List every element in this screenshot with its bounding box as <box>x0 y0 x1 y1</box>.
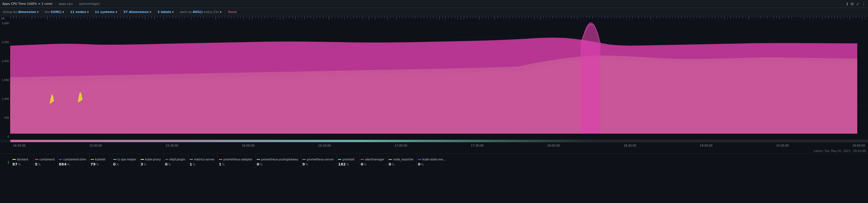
legend-item-2[interactable]: containerd-shim884 % <box>58 154 89 170</box>
legend-item-9[interactable]: prometheus-pushgateway0 % <box>255 154 301 170</box>
svg-rect-250 <box>776 16 777 18</box>
svg-rect-218 <box>678 16 679 18</box>
svg-rect-78 <box>249 16 250 20</box>
svg-rect-54 <box>176 16 176 18</box>
settings-icon[interactable]: ⚙ <box>850 2 854 6</box>
svg-rect-260 <box>807 16 807 18</box>
legend-item-5[interactable]: kube-proxy3 % <box>140 154 164 170</box>
svg-rect-104 <box>329 16 329 20</box>
sum-arrow: ▼ <box>62 11 64 13</box>
expand-icon[interactable]: ⤢ <box>856 2 860 6</box>
legend-item-0[interactable]: dockerd87 % <box>11 154 34 170</box>
svg-rect-259 <box>804 16 804 20</box>
svg-rect-85 <box>271 16 271 18</box>
legend-item-12[interactable]: alertmanager0 % <box>360 154 388 170</box>
legend-item-11[interactable]: promtail182 % <box>337 154 360 170</box>
legend-color-6 <box>165 159 168 160</box>
svg-rect-207 <box>644 16 645 18</box>
svg-rect-33 <box>111 16 112 18</box>
legend-color-7 <box>189 159 193 160</box>
legend-item-4[interactable]: tc-qos-helper0 % <box>112 154 140 170</box>
svg-rect-273 <box>846 16 847 18</box>
info-icon[interactable]: ℹ <box>846 2 848 6</box>
svg-rect-65 <box>209 16 210 18</box>
group-by-control[interactable]: Group by dimension ▼ <box>2 9 40 14</box>
svg-rect-117 <box>369 16 369 20</box>
svg-rect-234 <box>727 16 728 20</box>
svg-rect-97 <box>307 16 308 18</box>
legend-item-7[interactable]: metrics-server1 % <box>188 154 218 170</box>
y-label-0: 0 <box>0 135 9 138</box>
top-icons: ℹ ⚙ ⤢ ⋮ <box>846 2 866 6</box>
legend-item-3[interactable]: kubelet79 % <box>90 154 112 170</box>
svg-rect-0 <box>10 16 11 18</box>
svg-rect-244 <box>757 16 758 18</box>
svg-rect-102 <box>323 16 323 18</box>
svg-rect-173 <box>540 16 541 20</box>
svg-rect-112 <box>353 16 354 18</box>
svg-rect-252 <box>782 16 783 18</box>
svg-rect-158 <box>494 16 495 20</box>
svg-rect-21 <box>74 16 75 18</box>
svg-rect-64 <box>206 16 207 18</box>
the-sum-control[interactable]: the SUM() ▼ <box>44 9 65 14</box>
systems-control[interactable]: 11 systems ▼ <box>94 9 119 14</box>
legend-name-13: node_exporter <box>393 158 414 161</box>
svg-rect-261 <box>810 16 810 18</box>
legend-item-14[interactable]: kube-state-me…0 % <box>417 154 449 170</box>
svg-rect-236 <box>733 16 734 18</box>
svg-rect-242 <box>752 16 752 18</box>
svg-rect-103 <box>326 16 327 18</box>
legend-item-1[interactable]: containerd5 % <box>34 154 58 170</box>
svg-rect-161 <box>503 16 504 20</box>
reset-button[interactable]: Reset <box>226 9 239 14</box>
svg-rect-43 <box>142 16 143 18</box>
svg-rect-162 <box>506 16 507 18</box>
svg-rect-80 <box>255 16 256 18</box>
legend-item-8[interactable]: prometheus-adapter1 % <box>218 154 255 170</box>
chart-area[interactable] <box>10 21 868 139</box>
svg-rect-240 <box>745 16 746 20</box>
svg-rect-91 <box>289 16 289 18</box>
legend-item-13[interactable]: node_exporter0 % <box>388 154 417 170</box>
svg-rect-229 <box>712 16 712 18</box>
svg-rect-176 <box>550 16 550 18</box>
svg-rect-167 <box>522 16 522 18</box>
legend-color-9 <box>257 159 260 160</box>
svg-rect-246 <box>764 16 764 18</box>
scrollbar-row[interactable] <box>0 139 868 143</box>
kebab-icon[interactable]: ⋮ <box>862 2 866 6</box>
legend-item-10[interactable]: prometheus-server9 % <box>301 154 337 170</box>
svg-rect-205 <box>638 16 639 18</box>
x-label-11: 20:00:00 <box>852 144 865 147</box>
legend-value-13: 0 % <box>389 162 395 166</box>
svg-rect-277 <box>859 16 859 18</box>
dimensions-control[interactable]: 57 dimensions ▼ <box>122 9 153 14</box>
labels-control[interactable]: 3 labels ▼ <box>156 9 175 14</box>
avg-control[interactable]: each as AVG() every 21s ▼ <box>179 9 223 14</box>
svg-rect-36 <box>121 16 121 18</box>
svg-rect-230 <box>715 16 715 18</box>
top-bar: Apps CPU Time (100% = 1 core) • apps.cpu… <box>0 0 868 8</box>
svg-rect-75 <box>240 16 241 18</box>
svg-rect-164 <box>513 16 513 18</box>
svg-rect-231 <box>718 16 718 20</box>
svg-rect-24 <box>84 16 84 18</box>
scrollbar-track[interactable] <box>10 140 868 142</box>
scrollbar-thumb[interactable] <box>10 140 593 142</box>
svg-rect-98 <box>310 16 311 18</box>
svg-rect-38 <box>126 16 127 18</box>
svg-rect-3 <box>20 16 20 18</box>
svg-rect-30 <box>102 16 102 18</box>
svg-rect-232 <box>721 16 721 18</box>
svg-rect-105 <box>332 16 332 18</box>
svg-rect-245 <box>761 16 761 18</box>
legend-name-12: alertmanager <box>365 158 384 161</box>
divider-3 <box>92 10 92 14</box>
nodes-control[interactable]: 11 nodes ▼ <box>69 9 90 14</box>
legend-item-6[interactable]: ebpf.plugin0 % <box>164 154 189 170</box>
svg-rect-215 <box>669 16 670 18</box>
svg-rect-198 <box>617 16 617 18</box>
svg-rect-237 <box>736 16 737 18</box>
svg-rect-202 <box>629 16 630 20</box>
